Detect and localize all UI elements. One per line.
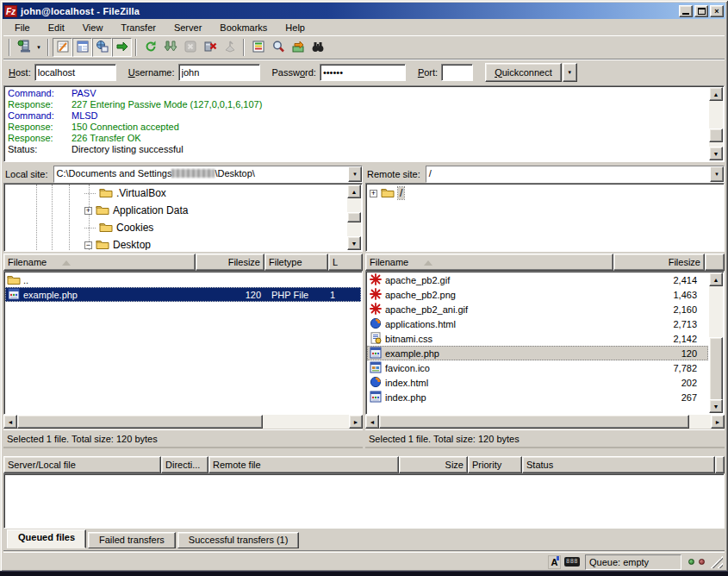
scroll-thumb[interactable] [709, 128, 723, 142]
scroll-right-button[interactable]: ► [349, 415, 363, 429]
tab-successful-transfers----[interactable]: Successful transfers (1) [177, 532, 300, 548]
expand-icon[interactable]: + [84, 207, 92, 215]
local-tree-vertical-scrollbar[interactable]: ▲ ▼ [347, 185, 361, 250]
scroll-up-button[interactable]: ▲ [347, 185, 361, 198]
local-site-dropdown-button[interactable]: ▼ [348, 166, 362, 182]
queue-column-size[interactable]: Size [399, 456, 468, 473]
file-row-[interactable]: .. [5, 272, 361, 287]
column-header-filename[interactable]: Filename [365, 254, 613, 271]
apache-file-icon [367, 303, 385, 316]
remote-list-vertical-scrollbar[interactable]: ▲ ▼ [709, 272, 723, 413]
tree-item-[interactable]: +/ [367, 185, 723, 202]
tree-item-cookies[interactable]: Cookies [5, 219, 346, 236]
reconnect-button[interactable] [220, 38, 240, 57]
synchronized-browsing-button[interactable] [288, 38, 308, 57]
disconnect-button[interactable] [200, 38, 220, 57]
file-row-examplephp[interactable]: example.php120 [367, 346, 708, 360]
tree-item-applicationdata[interactable]: +Application Data [5, 202, 346, 219]
find-files-button[interactable] [268, 38, 288, 57]
quickconnect-button[interactable]: Quickconnect [485, 63, 562, 82]
site-manager-button[interactable] [14, 38, 34, 57]
cancel-operation-button[interactable] [180, 38, 200, 57]
scroll-thumb[interactable] [379, 415, 689, 429]
folder-icon [96, 238, 113, 250]
minimize-button[interactable] [679, 5, 693, 17]
scroll-down-button[interactable]: ▼ [709, 399, 723, 413]
local-horizontal-scrollbar[interactable]: ◄ ► [3, 415, 363, 429]
scroll-thumb[interactable] [709, 337, 723, 401]
refresh-button[interactable] [140, 38, 160, 57]
scroll-right-button[interactable]: ► [711, 415, 725, 429]
file-row-faviconico[interactable]: favicon.ico7,782 [367, 360, 708, 375]
column-header-filename[interactable]: Filename [3, 254, 196, 271]
file-row-apachepb2png[interactable]: apache_pb2.png1,463 [367, 287, 708, 302]
menu-server[interactable]: Server [168, 21, 208, 34]
maximize-button[interactable] [694, 5, 708, 17]
queue-column-directi[interactable]: Directi... [161, 456, 208, 473]
scroll-left-button[interactable]: ◄ [365, 415, 379, 429]
scroll-up-button[interactable]: ▲ [709, 272, 723, 286]
remote-horizontal-scrollbar[interactable]: ◄ ► [365, 415, 725, 429]
remote-selection-status: Selected 1 file. Total size: 120 bytes [365, 429, 725, 448]
directory-comparison-button[interactable] [248, 38, 268, 57]
host-input[interactable] [34, 64, 116, 81]
tree-item-desktop[interactable]: −Desktop [5, 236, 346, 250]
file-row-indexhtml[interactable]: index.html202 [367, 375, 708, 390]
local-site-path[interactable]: C:\Documents and Settings\Desktop\ [54, 166, 348, 182]
sort-ascending-icon [424, 260, 432, 266]
file-row-examplephp[interactable]: example.php120PHP File1 [5, 287, 361, 302]
quickconnect-dropdown-button[interactable]: ▼ [563, 63, 577, 82]
column-header-filesize[interactable]: Filesize [613, 254, 705, 271]
tree-item-label: .VirtualBox [116, 187, 166, 199]
menu-transfer[interactable]: Transfer [115, 21, 162, 34]
collapse-icon[interactable]: − [84, 241, 92, 249]
menu-bookmarks[interactable]: Bookmarks [214, 21, 273, 34]
process-queue-button[interactable] [160, 38, 180, 57]
expand-icon[interactable]: + [370, 190, 377, 197]
resize-grip[interactable] [711, 556, 723, 568]
scroll-left-button[interactable]: ◄ [3, 415, 17, 429]
file-row-applicationshtml[interactable]: applications.html2,713 [367, 316, 708, 331]
scroll-down-button[interactable]: ▼ [347, 236, 361, 250]
column-header-filler[interactable] [705, 254, 725, 271]
close-button[interactable]: × [710, 5, 724, 17]
file-row-bitnamicss[interactable]: bitnami.css2,142 [367, 331, 708, 346]
column-header-l[interactable]: L [328, 254, 363, 271]
menu-edit[interactable]: Edit [42, 21, 71, 34]
menu-file[interactable]: File [9, 21, 36, 34]
queue-column-priority[interactable]: Priority [468, 456, 522, 473]
folder-icon [5, 273, 23, 287]
toggle-transfer-queue-button[interactable] [112, 38, 132, 57]
scroll-up-button[interactable]: ▲ [709, 87, 723, 101]
column-header-filetype[interactable]: Filetype [264, 254, 328, 271]
queue-column-remotefile[interactable]: Remote file [208, 456, 399, 473]
remote-site-path[interactable]: / [426, 166, 710, 182]
remote-site-dropdown-button[interactable]: ▼ [710, 166, 724, 182]
scroll-thumb[interactable] [17, 415, 263, 429]
site-manager-dropdown-button[interactable]: ▼ [34, 38, 44, 57]
scroll-thumb[interactable] [347, 212, 361, 222]
scroll-down-button[interactable]: ▼ [709, 147, 723, 160]
log-vertical-scrollbar[interactable]: ▲ ▼ [709, 87, 723, 160]
menu-view[interactable]: View [77, 21, 109, 34]
tab-queued-files[interactable]: Queued files [7, 529, 86, 548]
column-header-filesize[interactable]: Filesize [196, 254, 264, 271]
remote-site-combo[interactable]: / ▼ [426, 166, 725, 183]
toggle-remote-tree-button[interactable] [92, 38, 112, 57]
menu-help[interactable]: Help [279, 21, 311, 34]
queue-column-status[interactable]: Status [522, 456, 715, 473]
tree-item-virtualbox[interactable]: .VirtualBox [5, 185, 346, 202]
toggle-local-tree-button[interactable] [72, 38, 92, 57]
file-row-apachepb2gif[interactable]: apache_pb2.gif2,414 [367, 272, 708, 287]
queue-column-serverlocalfile[interactable]: Server/Local file [3, 456, 161, 473]
password-input[interactable] [320, 64, 406, 81]
tab-failed-transfers[interactable]: Failed transfers [88, 532, 176, 548]
port-input[interactable] [441, 64, 473, 81]
toggle-message-log-button[interactable] [53, 38, 72, 57]
file-row-indexphp[interactable]: index.php267 [367, 390, 708, 404]
local-site-combo[interactable]: C:\Documents and Settings\Desktop\ ▼ [53, 166, 363, 183]
username-input[interactable] [178, 64, 260, 81]
title-bar[interactable]: Fz john@localhost - FileZilla × [3, 3, 725, 19]
file-row-apachepb2anigif[interactable]: apache_pb2_ani.gif2,160 [367, 302, 708, 316]
filter-button[interactable] [308, 38, 327, 57]
